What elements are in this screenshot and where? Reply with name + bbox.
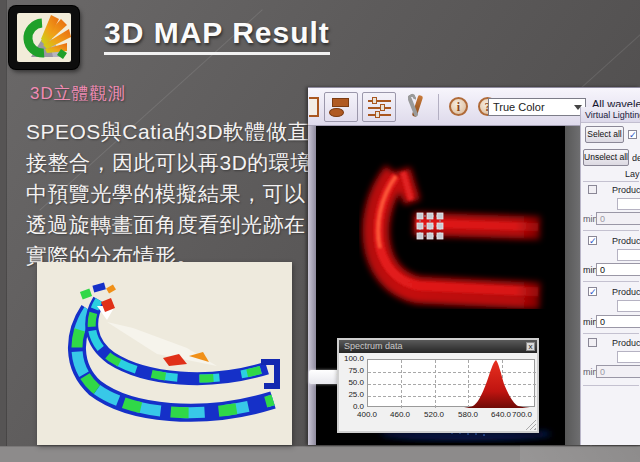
- spectrum-peak: [368, 360, 536, 408]
- virtual-lighting-panel: Virtual Lighting Select all ✓ Unselect a…: [580, 107, 640, 445]
- min-input[interactable]: 0: [596, 365, 640, 378]
- close-icon[interactable]: x: [526, 342, 535, 351]
- body-text: SPEOS與Catia的3D軟體做直接整合，因此可以再3D的環境中預覽光學的模擬…: [26, 116, 318, 271]
- color-mode-select[interactable]: True Color: [488, 98, 586, 116]
- product-label: Produc: [612, 236, 640, 246]
- x-tick-label: 460.0: [383, 410, 417, 419]
- y-tick-label: 100.0: [339, 354, 364, 363]
- spectrum-window-title: Spectrum data: [344, 341, 403, 351]
- viewport-left-scrollbar[interactable]: [308, 126, 316, 445]
- panel-title: Virtual Lighting: [581, 107, 640, 123]
- product-label: Produc: [612, 338, 640, 348]
- selection-handles: [417, 213, 443, 239]
- product-checkbox[interactable]: ✓: [588, 287, 597, 296]
- y-tick-label: 50.0: [339, 378, 364, 387]
- spectrum-data-window: Spectrum data x 100.0 75.0 50.0 25.0 0.0: [337, 338, 539, 433]
- product-field[interactable]: [617, 249, 640, 261]
- select-all-checkbox[interactable]: ✓: [628, 130, 637, 139]
- simulation-false-color-image: [37, 262, 292, 445]
- select-all-button[interactable]: Select all: [585, 126, 624, 143]
- plot-area: [367, 359, 535, 407]
- min-input[interactable]: 0: [596, 212, 640, 225]
- subtitle-label: 3D立體觀測: [30, 82, 126, 105]
- product-checkbox[interactable]: ✓: [588, 236, 597, 245]
- slide-footer-band: [0, 446, 640, 462]
- x-tick-label: 520.0: [417, 410, 451, 419]
- unselect-all-button[interactable]: Unselect all: [583, 149, 629, 166]
- tools-icon[interactable]: [404, 93, 430, 121]
- product-field[interactable]: [617, 300, 640, 312]
- shapes-button[interactable]: [324, 92, 358, 122]
- min-input[interactable]: 0: [596, 315, 640, 328]
- speos-logo-icon: [9, 6, 79, 69]
- product-label: Produc: [612, 287, 640, 297]
- product-field[interactable]: [617, 198, 640, 210]
- speos-logo-art: [17, 13, 71, 62]
- shapes-icon: [332, 98, 349, 107]
- product-label: Produc: [612, 185, 640, 195]
- product-field[interactable]: [617, 351, 640, 363]
- spectrum-chart: 100.0 75.0 50.0 25.0 0.0: [339, 353, 537, 431]
- default-label: de: [632, 153, 640, 163]
- spectrum-window-titlebar[interactable]: Spectrum data x: [339, 340, 537, 353]
- x-tick-label: 700.0: [505, 410, 539, 419]
- x-tick-label: 580.0: [451, 410, 485, 419]
- y-tick-label: 25.0: [339, 390, 364, 399]
- shapes-icon: [329, 108, 344, 117]
- resize-grip[interactable]: [526, 420, 536, 430]
- panel-divider[interactable]: [565, 126, 580, 445]
- layer-label: Lay: [625, 169, 640, 179]
- page-title: 3D MAP Result: [104, 16, 524, 50]
- color-mode-value: True Color: [493, 101, 545, 113]
- model-render: [37, 262, 292, 445]
- partial-icon[interactable]: [309, 97, 319, 117]
- y-tick-label: 75.0: [339, 366, 364, 375]
- min-input[interactable]: 0: [596, 263, 640, 276]
- toolbar-separator: [438, 94, 439, 120]
- presentation-slide: 3D MAP Result 3D立體觀測 SPEOS與Catia的3D軟體做直接…: [0, 0, 640, 462]
- speos-app-screenshot: i ? True Color All wavelength: [308, 87, 640, 445]
- product-checkbox[interactable]: [588, 185, 597, 194]
- product-checkbox[interactable]: [588, 338, 597, 347]
- info-icon[interactable]: i: [449, 97, 468, 116]
- display-settings-button[interactable]: [362, 92, 396, 122]
- x-tick-label: 400.0: [350, 410, 384, 419]
